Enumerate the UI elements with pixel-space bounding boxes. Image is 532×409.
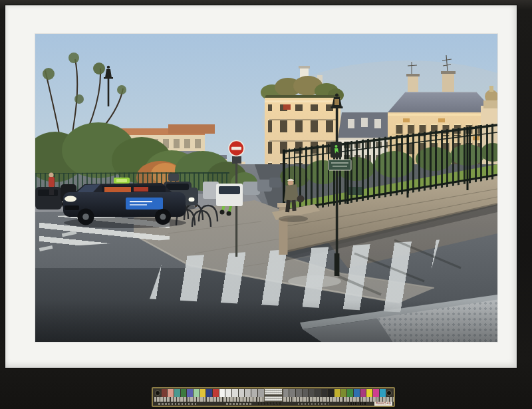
color-patch <box>296 389 302 397</box>
shadows <box>338 240 461 295</box>
photo-detail-layer <box>35 34 497 342</box>
color-patch <box>251 389 257 397</box>
color-patch <box>258 389 264 397</box>
handwritten-mark <box>258 402 281 405</box>
color-patch <box>366 389 372 397</box>
registration-dot-right <box>387 391 391 395</box>
color-patch <box>168 389 174 397</box>
color-patch <box>347 389 353 397</box>
photograph <box>35 34 497 342</box>
pedestrian-signal <box>331 142 342 158</box>
exposure-target <box>265 389 282 401</box>
color-patch <box>162 389 168 397</box>
color-patch <box>206 389 212 397</box>
patch-row-right <box>283 389 386 397</box>
color-patch <box>289 389 295 397</box>
barcode-mark <box>348 402 367 405</box>
lane-markings <box>39 231 77 251</box>
color-patch <box>322 389 328 397</box>
strip-caption-row: M000549 <box>153 402 394 406</box>
color-patch <box>354 389 360 397</box>
street-nameplate <box>329 160 351 170</box>
color-patch <box>225 389 231 397</box>
strip-id-label: M000549 <box>374 402 392 406</box>
color-patch <box>194 389 200 397</box>
color-patch <box>187 389 193 397</box>
color-patch <box>245 389 251 397</box>
garden-railing-rails <box>283 125 497 215</box>
color-patch <box>213 389 219 397</box>
color-patch <box>309 389 315 397</box>
color-patch <box>232 389 238 397</box>
fine-print-marks <box>158 403 197 405</box>
white-mat <box>5 5 517 368</box>
color-patch <box>373 389 379 397</box>
color-patch <box>328 389 334 397</box>
scan-background: M000549 <box>0 0 532 409</box>
color-patch <box>200 389 206 397</box>
color-patch <box>239 389 245 397</box>
color-patch <box>219 389 225 397</box>
color-patch <box>315 389 321 397</box>
color-patch <box>174 389 180 397</box>
color-patch <box>380 389 386 397</box>
color-patch <box>341 389 347 397</box>
color-patch <box>360 389 366 397</box>
fine-print-marks <box>226 403 253 405</box>
foreground-vignette <box>35 300 497 342</box>
patch-row <box>153 388 394 397</box>
registration-dot-left <box>156 391 160 395</box>
color-patch <box>334 389 340 397</box>
color-patch <box>303 389 309 397</box>
fine-print-marks <box>298 403 329 405</box>
color-patch <box>181 389 187 397</box>
color-patch <box>283 389 289 397</box>
patch-row-left <box>161 389 264 397</box>
calibration-strip: M000549 <box>152 387 395 407</box>
lamppost <box>331 94 343 277</box>
